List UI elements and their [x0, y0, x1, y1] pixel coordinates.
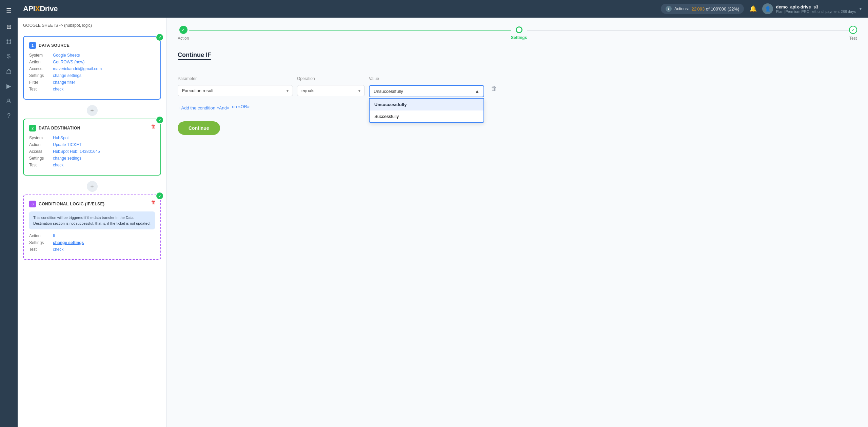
main-wrapper: APIXDrive i Actions: 22'093 of 100'000 (…: [18, 0, 868, 427]
svg-point-3: [10, 43, 11, 44]
left-panel: GOOGLE SHEETS -> (hubspot, logic) ✓ 1 DA…: [18, 18, 167, 427]
card1-row-test: Test check: [29, 87, 155, 92]
add-condition-link[interactable]: + Add the condition «And»: [178, 105, 229, 110]
card2-action-value[interactable]: Update TICKET: [53, 142, 81, 147]
card2-access-value[interactable]: HubSpot Hub: 143801645: [53, 149, 100, 154]
card1-row-settings: Settings change settings: [29, 73, 155, 78]
sidebar-item-connections[interactable]: [0, 35, 18, 49]
card1-test-value[interactable]: check: [53, 87, 63, 92]
card2-row-action: Action Update TICKET: [29, 142, 155, 147]
card1-action-value[interactable]: Get ROWS (new): [53, 60, 84, 64]
svg-point-2: [7, 43, 8, 44]
user-plan: Plan |Premium PRO| left until payment 28…: [776, 9, 856, 14]
card1-num: 1: [29, 42, 36, 49]
card2-settings-value[interactable]: change settings: [53, 156, 81, 161]
info-icon[interactable]: i: [666, 6, 672, 12]
card1-system-value[interactable]: Google Sheets: [53, 53, 80, 58]
actions-of: of: [706, 6, 711, 12]
step-test: ✓ Test: [849, 26, 857, 41]
sidebar: ☰ ⊞ $ ▶ ?: [0, 0, 18, 427]
value-input-open[interactable]: Unsuccessfully ▲: [369, 85, 484, 97]
actions-used: 22'093: [692, 6, 705, 12]
user-name: demo_apix-drive_s3: [776, 4, 856, 9]
condition-inputs-row: Execution result ▼ equals ▼: [178, 85, 857, 97]
svg-point-1: [10, 40, 11, 41]
logo-drive: Drive: [40, 4, 58, 13]
content-area: GOOGLE SHEETS -> (hubspot, logic) ✓ 1 DA…: [18, 18, 868, 427]
card3-action-value[interactable]: If: [53, 233, 55, 238]
card2-check: ✓: [156, 116, 164, 124]
logo-api: API: [23, 4, 35, 13]
top-header: APIXDrive i Actions: 22'093 of 100'000 (…: [18, 0, 868, 18]
sidebar-item-billing[interactable]: $: [0, 49, 18, 64]
card3-settings-value[interactable]: change settings: [53, 240, 84, 245]
add-condition-row: + Add the condition «And» on «OR»: [178, 103, 857, 110]
card3-test-value[interactable]: check: [53, 247, 63, 252]
svg-point-8: [8, 99, 10, 101]
right-panel: ✓ Action Settings ✓ Test Continue IF: [167, 18, 868, 427]
param-label-wrapper: Parameter: [178, 76, 293, 83]
step-test-circle: ✓: [849, 26, 857, 34]
operation-select[interactable]: equals: [297, 85, 365, 96]
card2-row-access: Access HubSpot Hub: 143801645: [29, 149, 155, 154]
card3-row-settings: Settings change settings: [29, 240, 155, 245]
header-logo: APIXDrive: [23, 4, 58, 13]
op-label-wrapper: Operation: [297, 76, 365, 83]
card1-filter-value[interactable]: change filter: [53, 80, 75, 85]
continue-button[interactable]: Continue: [178, 121, 220, 135]
avatar: 👤: [762, 3, 773, 14]
sidebar-item-help[interactable]: ?: [0, 108, 18, 123]
delete-condition-icon[interactable]: 🗑: [491, 85, 497, 92]
card3-check: ✓: [156, 192, 164, 200]
card2-row-system: System HubSpot: [29, 136, 155, 140]
dropdown-item-unsuccessfully[interactable]: Unsuccessfully: [370, 99, 484, 110]
card-data-destination: ✓ 🗑 2 DATA DESTINATION System HubSpot Ac…: [23, 119, 161, 176]
breadcrumb: GOOGLE SHEETS -> (hubspot, logic): [23, 23, 161, 30]
chevron-down-icon[interactable]: ▼: [859, 6, 863, 11]
card1-row-system: System Google Sheets: [29, 53, 155, 58]
card1-title: DATA SOURCE: [39, 43, 70, 48]
card2-system-value[interactable]: HubSpot: [53, 136, 69, 140]
parameter-select-wrapper: Execution result ▼: [178, 85, 293, 96]
card2-delete-icon[interactable]: 🗑: [151, 123, 156, 129]
val-label: Value: [369, 76, 484, 81]
or-link[interactable]: on «OR»: [232, 104, 250, 109]
connect-btn-2[interactable]: +: [87, 181, 98, 192]
card3-num: 3: [29, 201, 36, 207]
card3-delete-icon[interactable]: 🗑: [151, 199, 156, 205]
sidebar-item-dashboard[interactable]: ⊞: [0, 19, 18, 35]
header-right: i Actions: 22'093 of 100'000 (22%) 🔔 👤 d…: [661, 3, 863, 14]
card1-access-value[interactable]: maverickandrii@gmail.com: [53, 66, 102, 71]
sidebar-item-media[interactable]: ▶: [0, 78, 18, 94]
card3-row-test: Test check: [29, 247, 155, 252]
card-conditional-logic: ✓ 🗑 3 CONDITIONAL LOGIC (IF/ELSE) This c…: [23, 195, 161, 260]
card-data-source: ✓ 1 DATA SOURCE System Google Sheets Act…: [23, 36, 161, 100]
card1-header: 1 DATA SOURCE: [29, 42, 155, 49]
step-settings-circle: [516, 26, 522, 33]
card2-title: DATA DESTINATION: [39, 126, 80, 130]
op-label: Operation: [297, 76, 365, 81]
connect-btn-1[interactable]: +: [87, 105, 98, 116]
dropdown-item-successfully[interactable]: Successfully: [370, 110, 484, 122]
step-action-label: Action: [178, 36, 189, 41]
menu-icon[interactable]: ☰: [6, 3, 12, 18]
card1-row-access: Access maverickandrii@gmail.com: [29, 66, 155, 71]
card1-row-action: Action Get ROWS (new): [29, 60, 155, 64]
sidebar-item-account[interactable]: [0, 94, 18, 108]
step-settings-label: Settings: [511, 35, 527, 40]
user-details: demo_apix-drive_s3 Plan |Premium PRO| le…: [776, 4, 856, 14]
step-line-2: [527, 30, 849, 30]
sidebar-item-backpack[interactable]: [0, 64, 18, 78]
condition-labels-row: Parameter Operation Value: [178, 76, 857, 83]
step-action-circle: ✓: [179, 26, 188, 34]
progress-steps: ✓ Action Settings ✓ Test: [178, 26, 857, 41]
card2-test-value[interactable]: check: [53, 163, 63, 167]
param-label: Parameter: [178, 76, 293, 81]
value-selected-text: Unsuccessfully: [374, 89, 403, 94]
condition-block: Parameter Operation Value Execution resu…: [178, 76, 857, 110]
step-line-1: [189, 30, 511, 30]
card1-settings-value[interactable]: change settings: [53, 73, 81, 78]
card2-row-settings: Settings change settings: [29, 156, 155, 161]
parameter-select[interactable]: Execution result: [178, 85, 293, 96]
bell-icon[interactable]: 🔔: [749, 5, 757, 13]
